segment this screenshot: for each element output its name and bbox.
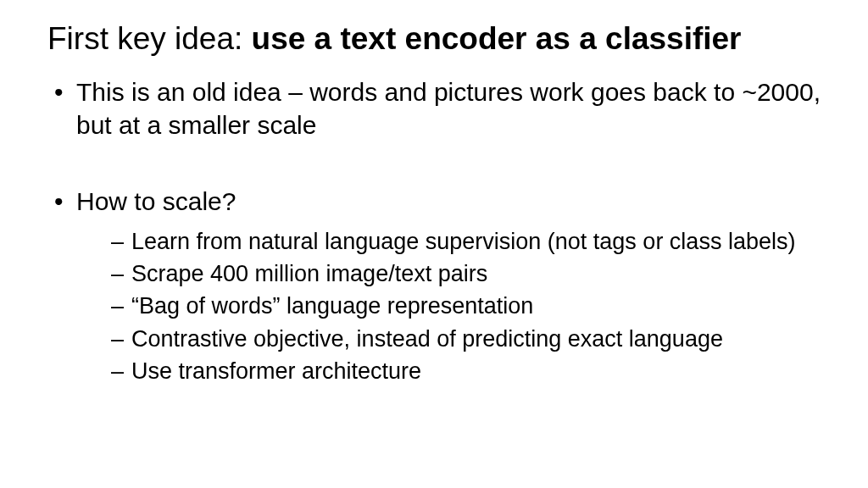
bullet-text: How to scale? [76,187,236,215]
sub-text: Contrastive objective, instead of predic… [131,326,723,352]
sub-text: “Bag of words” language representation [131,293,533,319]
sub-list-item: Scrape 400 million image/text pairs [76,258,827,290]
bullet-list: This is an old idea – words and pictures… [47,76,827,387]
spacer [47,145,827,186]
sub-list-item: Contrastive objective, instead of predic… [76,323,827,355]
title-prefix: First key idea: [47,21,252,56]
list-item: How to scale? Learn from natural languag… [47,186,827,387]
sub-list-item: “Bag of words” language representation [76,290,827,322]
sub-text: Scrape 400 million image/text pairs [131,261,487,286]
sub-list: Learn from natural language supervision … [76,225,827,388]
sub-list-item: Use transformer architecture [76,355,827,387]
title-bold: use a text encoder as a classifier [252,21,742,56]
bullet-text: This is an old idea – words and pictures… [76,78,821,138]
slide-title: First key idea: use a text encoder as a … [47,20,827,58]
sub-text: Use transformer architecture [131,358,421,384]
list-item: This is an old idea – words and pictures… [47,76,827,141]
sub-text: Learn from natural language supervision … [131,229,795,254]
sub-list-item: Learn from natural language supervision … [76,225,827,258]
